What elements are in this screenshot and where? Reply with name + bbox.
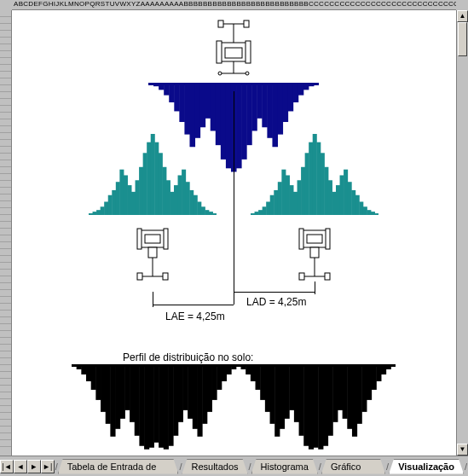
svg-rect-56 — [127, 185, 131, 215]
svg-rect-134 — [86, 364, 91, 381]
svg-rect-179 — [303, 364, 309, 446]
svg-rect-175 — [285, 364, 290, 419]
lad-label: LAD = 4,25m — [246, 296, 306, 308]
right-distribution — [251, 130, 378, 215]
svg-rect-49 — [101, 206, 105, 215]
svg-rect-150 — [164, 364, 169, 450]
svg-rect-183 — [323, 364, 328, 446]
svg-rect-14 — [153, 83, 159, 86]
svg-rect-90 — [293, 192, 298, 215]
svg-rect-140 — [115, 364, 120, 429]
svg-rect-191 — [361, 364, 367, 412]
svg-rect-101 — [336, 185, 340, 215]
svg-rect-176 — [289, 364, 294, 410]
svg-rect-158 — [202, 364, 207, 424]
svg-rect-84 — [270, 195, 274, 215]
center-axis-line — [234, 91, 234, 305]
svg-rect-97 — [321, 153, 325, 215]
svg-rect-52 — [112, 190, 116, 215]
svg-rect-156 — [193, 364, 198, 429]
svg-rect-125 — [310, 247, 319, 258]
svg-rect-161 — [217, 364, 222, 390]
svg-rect-44 — [309, 83, 315, 86]
svg-rect-41 — [293, 83, 299, 102]
svg-rect-20 — [184, 83, 190, 135]
svg-rect-119 — [137, 273, 142, 280]
svg-rect-38 — [278, 83, 284, 135]
svg-rect-15 — [159, 83, 165, 90]
svg-rect-31 — [241, 83, 247, 160]
svg-rect-172 — [270, 364, 275, 424]
svg-rect-30 — [236, 83, 242, 168]
tab-nav-next[interactable]: ► — [27, 460, 41, 473]
svg-rect-107 — [359, 201, 363, 215]
svg-rect-190 — [357, 364, 362, 424]
svg-rect-77 — [209, 212, 213, 215]
svg-rect-13 — [148, 83, 154, 84]
scroll-thumb[interactable] — [458, 22, 467, 56]
svg-rect-177 — [294, 364, 299, 422]
svg-rect-79 — [251, 213, 255, 215]
tab-nav-last[interactable]: ►| — [41, 460, 55, 473]
svg-rect-99 — [328, 180, 332, 215]
column-header: ABCDEFGHIJKLMNOPQRSTUVWXYZAAAAAAAAABBBBB… — [12, 0, 456, 10]
svg-rect-88 — [286, 175, 290, 215]
tab-visualizacao[interactable]: Visualização — [389, 459, 464, 474]
svg-rect-59 — [139, 167, 143, 215]
svg-rect-98 — [324, 167, 328, 215]
tab-histograma[interactable]: Histograma — [251, 459, 318, 474]
svg-rect-78 — [212, 213, 217, 215]
svg-rect-162 — [222, 364, 227, 381]
tab-grafico[interactable]: Gráfico (CV) — [321, 459, 385, 474]
lae-dim-line — [153, 305, 234, 305]
svg-rect-110 — [371, 212, 375, 215]
svg-rect-82 — [263, 206, 267, 215]
svg-rect-195 — [381, 364, 386, 374]
scroll-down-button[interactable]: ▼ — [457, 444, 468, 456]
svg-rect-65 — [162, 167, 166, 215]
svg-rect-128 — [299, 273, 304, 280]
svg-rect-185 — [332, 364, 338, 422]
svg-rect-192 — [367, 364, 372, 400]
svg-rect-114 — [137, 229, 142, 249]
svg-rect-71 — [186, 182, 190, 215]
vertical-scrollbar[interactable]: ▲ ▼ — [456, 10, 468, 456]
svg-rect-136 — [95, 364, 101, 400]
svg-rect-69 — [178, 175, 182, 215]
svg-rect-64 — [159, 153, 163, 215]
svg-rect-157 — [197, 364, 202, 437]
svg-rect-160 — [211, 364, 217, 400]
svg-rect-23 — [200, 83, 206, 127]
tab-tabela[interactable]: Tabela de Entrada de dados — [58, 459, 179, 474]
svg-rect-100 — [332, 192, 336, 215]
tab-nav-first[interactable]: |◄ — [0, 460, 14, 473]
svg-rect-189 — [352, 364, 357, 437]
tab-nav-prev[interactable]: ◄ — [14, 460, 27, 473]
tab-resultados[interactable]: Resultados — [182, 459, 247, 474]
svg-rect-171 — [265, 364, 270, 412]
svg-rect-81 — [258, 210, 263, 215]
svg-rect-47 — [93, 212, 97, 215]
sprayer-top-icon — [208, 19, 259, 78]
svg-rect-138 — [106, 364, 111, 424]
svg-rect-151 — [168, 364, 173, 446]
svg-rect-148 — [153, 364, 159, 443]
svg-rect-63 — [154, 142, 159, 215]
svg-rect-93 — [305, 153, 309, 215]
svg-rect-35 — [262, 83, 268, 127]
svg-rect-120 — [163, 273, 168, 280]
svg-rect-132 — [77, 364, 82, 369]
svg-rect-170 — [260, 364, 265, 400]
svg-rect-103 — [344, 170, 348, 215]
svg-rect-51 — [108, 195, 113, 215]
svg-rect-133 — [81, 364, 86, 374]
svg-rect-42 — [298, 83, 304, 96]
svg-rect-33 — [251, 83, 257, 131]
combined-profile — [72, 364, 396, 454]
scroll-up-button[interactable]: ▲ — [457, 10, 468, 22]
svg-rect-75 — [201, 206, 205, 215]
svg-rect-85 — [274, 190, 278, 215]
svg-rect-168 — [251, 364, 256, 381]
svg-rect-86 — [278, 182, 282, 215]
svg-rect-173 — [274, 364, 280, 437]
